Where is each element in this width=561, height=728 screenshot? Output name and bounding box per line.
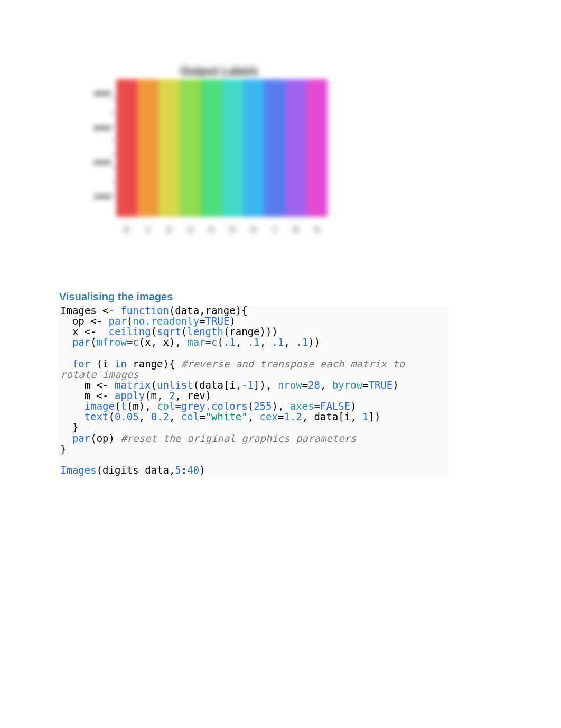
y-minor-tick (112, 153, 115, 154)
code-token: (op) (90, 432, 120, 444)
code-block: Images <- function(data,range){ op <- pa… (59, 305, 449, 477)
code-token: ( (151, 379, 157, 391)
code-token: (range))) (223, 326, 278, 337)
code-token: grey.colors (181, 400, 248, 412)
y-minor-tick (112, 167, 115, 168)
y-minor-tick (112, 126, 115, 127)
code-token: 0.2 (151, 411, 169, 422)
code-token: 1 (362, 411, 368, 422)
code-token: Images (60, 464, 97, 476)
code-token: cex (260, 411, 278, 422)
code-token: sqrt (157, 326, 181, 337)
code-token: ( (115, 400, 120, 412)
code-token: = (362, 379, 368, 391)
y-tick-label: 1000 (79, 192, 111, 201)
code-token: (i (90, 358, 115, 370)
chart-inner: 1000 2000 3000 4000 (79, 69, 359, 248)
x-tick-label: 7 (264, 225, 285, 246)
code-token: ( (151, 326, 157, 337)
code-token: ]) (369, 411, 381, 422)
code-token: (x, x), (139, 336, 188, 348)
code-token: } (60, 421, 78, 433)
code-token: (data[i, (193, 379, 242, 391)
code-token: nrow (278, 379, 302, 391)
x-tick-label: 1 (137, 225, 158, 246)
code-token: 2 (169, 390, 175, 401)
code-token: ( (127, 315, 133, 327)
chart-bar (222, 79, 243, 217)
chart-bar (180, 79, 201, 217)
code-token: , (260, 336, 272, 348)
y-minor-tick (112, 98, 115, 99)
x-tick-label: 3 (180, 225, 201, 246)
code-token: , data[i, (302, 411, 362, 422)
code-token: "white" (205, 411, 248, 422)
code-token: ( (109, 411, 115, 422)
code-token: .1 (296, 336, 308, 348)
code-token: (digits_data, (97, 464, 175, 476)
code-token: in (115, 358, 127, 370)
code-token: col (181, 411, 199, 422)
code-token: 1.2 (284, 411, 302, 422)
code-token: ), (272, 400, 289, 412)
x-tick-label: 8 (285, 225, 306, 246)
x-tick-label: 2 (158, 225, 180, 246)
chart-bar (158, 79, 180, 217)
code-token (60, 400, 85, 412)
code-token: no.readonly (133, 315, 199, 327)
y-minor-tick (112, 195, 115, 196)
code-token: par (72, 432, 90, 444)
code-token: function (120, 305, 169, 316)
code-token: , rev) (175, 390, 211, 401)
chart-bar (201, 79, 222, 217)
code-token: ceiling (109, 326, 151, 337)
code-token (60, 411, 85, 422)
code-token: text (85, 411, 109, 422)
code-token: t (120, 400, 126, 412)
code-token: ( (90, 336, 96, 348)
section-heading: Visualising the images (59, 291, 561, 303)
code-token: par (109, 315, 127, 327)
code-token: = (199, 411, 205, 422)
x-tick-label: 9 (306, 225, 328, 246)
y-tick-label: 3000 (79, 123, 111, 132)
x-axis-ticks: 0 1 2 3 4 5 6 7 8 9 (116, 225, 328, 246)
code-token: unlist (157, 379, 193, 391)
chart-bar (285, 79, 306, 217)
code-token: ) (199, 464, 205, 476)
code-token: = (127, 336, 133, 348)
code-token: , (320, 379, 332, 391)
code-token: par (72, 336, 90, 348)
code-comment: #reset the original graphics parameters (120, 432, 356, 444)
code-token: c (133, 336, 138, 348)
code-token: ) (350, 400, 356, 412)
code-token: ) (392, 379, 398, 391)
code-token: 40 (187, 464, 199, 476)
code-token: ( (248, 400, 254, 412)
code-token: = (205, 336, 211, 348)
y-tick-label: 4000 (79, 89, 111, 98)
chart-output-labels: Output Labels 1000 2000 3000 4000 (79, 69, 359, 248)
code-token: ( (181, 326, 187, 337)
code-token: apply (115, 390, 145, 401)
code-token: axes (290, 400, 314, 412)
code-token (60, 358, 72, 370)
code-token: .1 (248, 336, 260, 348)
code-token: 28 (308, 379, 320, 391)
chart-bar (137, 79, 158, 217)
code-token: .1 (272, 336, 284, 348)
code-token: } (60, 443, 66, 455)
code-token: (data,range){ (169, 305, 248, 316)
code-token: = (175, 400, 181, 412)
chart-bar (306, 79, 328, 217)
y-minor-tick (112, 181, 115, 182)
code-token: , (284, 336, 296, 348)
code-token: range){ (127, 358, 181, 370)
code-token (60, 336, 72, 348)
code-token: byrow (332, 379, 362, 391)
code-token: Images <- (60, 305, 120, 316)
code-token: -1 (241, 379, 254, 391)
code-token: op <- (60, 315, 109, 327)
code-token: FALSE (320, 400, 350, 412)
code-token: x <- (60, 326, 109, 337)
